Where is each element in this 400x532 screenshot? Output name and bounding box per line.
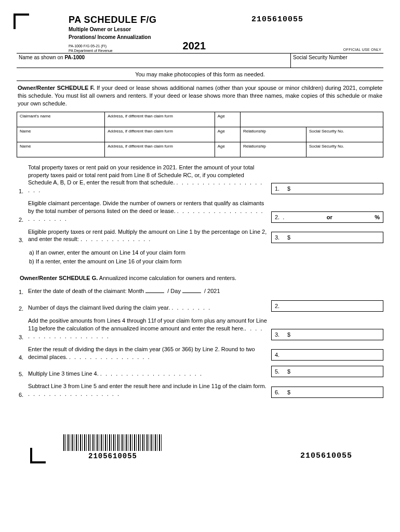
line-1-text: Total property taxes or rent paid on you… <box>28 164 271 194</box>
table-row: Name Address, if different than claim fo… <box>17 127 383 142</box>
barcode-number: 2105610055 <box>63 452 162 460</box>
line-num: 3. <box>17 334 28 340</box>
name-cell[interactable]: Name <box>17 127 105 142</box>
g-line-3-text: Add the positive amounts from Lines 4 th… <box>28 317 271 340</box>
photocopy-note: You may make photocopies of this form as… <box>17 68 383 81</box>
tax-year: 2021 <box>183 40 206 52</box>
form-subtitle-1: Multiple Owner or Lessor <box>69 26 157 33</box>
form-number-top: 2105610055 <box>251 15 303 24</box>
claimant-name-cell[interactable]: Claimant's name <box>17 112 105 127</box>
line-num: 2. <box>17 305 28 312</box>
line-num: 6. <box>17 392 28 398</box>
schedule-g-bold: Owner/Renter SCHEDULE G. <box>20 275 98 281</box>
ssn-field[interactable]: Social Security Number <box>290 53 383 68</box>
day-field[interactable] <box>182 292 201 293</box>
line-num: 1. <box>17 289 28 295</box>
official-use-only: OFFICIAL USE ONLY <box>343 48 381 51</box>
line-3a: a) If an owner, enter the amount on Line… <box>29 248 383 257</box>
schedule-f-instruction: Owner/Renter SCHEDULE F. If your deed or… <box>17 81 383 111</box>
g-line-5-text: Multiply Line 3 times Line 4. . . . . . … <box>28 370 271 378</box>
barcode: 2105610055 <box>63 434 162 460</box>
g-line-1-text: Enter the date of death of the claimant:… <box>28 287 278 295</box>
line-num: 4. <box>17 354 28 361</box>
g-line-3-box[interactable]: 3.$ <box>271 329 383 340</box>
age-cell[interactable]: Age <box>215 127 240 142</box>
line-num: 3. <box>17 237 28 243</box>
schedule-f-lines: 1. Total property taxes or rent paid on … <box>17 164 383 266</box>
address-cell[interactable]: Address, if different than claim form <box>105 127 215 142</box>
form-header: PA SCHEDULE F/G Multiple Owner or Lessor… <box>17 15 383 53</box>
line-3b: b) If a renter, enter the amount on Line… <box>29 257 383 266</box>
age-cell[interactable]: Age <box>215 142 240 157</box>
line-2-text: Eligible claimant percentage. Divide the… <box>28 200 271 223</box>
line-3-box[interactable]: 3. $ <box>271 232 383 243</box>
line-num: 1. <box>17 188 28 194</box>
g-line-2-text: Number of days the claimant lived during… <box>28 304 271 312</box>
g-line-4-text: Enter the result of dividing the days in… <box>28 345 271 361</box>
owners-table: Claimant's name Address, if different th… <box>17 112 383 157</box>
line-3-text: Eligible property taxes or rent paid. Mu… <box>28 228 271 244</box>
ssn-cell-3[interactable]: Social Security No. <box>306 142 383 157</box>
ssn-label: Social Security Number <box>293 55 347 60</box>
schedule-g-text: Annualized income calculation for owners… <box>98 275 236 281</box>
month-field[interactable] <box>145 292 164 293</box>
table-row: Claimant's name Address, if different th… <box>17 112 383 127</box>
form-id-line: PA-1000 F/G 05-21 (FI) <box>69 44 157 48</box>
relationship-cell[interactable]: Relationship <box>241 142 306 157</box>
address-cell[interactable]: Address, if different than claim form <box>105 142 215 157</box>
line-2-box[interactable]: 2. . or % <box>271 211 383 223</box>
g-line-4-box[interactable]: 4. <box>271 349 383 361</box>
form-footer: 2105610055 2105610055 <box>17 434 383 466</box>
name-field[interactable]: Name as shown on PA-1000 <box>17 53 290 68</box>
claimant-age-cell[interactable]: Age <box>215 112 240 127</box>
g-line-2-box[interactable]: 2. <box>271 300 383 312</box>
corner-mark-tl <box>14 14 29 29</box>
barcode-bars-icon <box>63 434 162 451</box>
name-ssn-row: Name as shown on PA-1000 Social Security… <box>17 53 383 68</box>
g-line-6-box[interactable]: 6.$ <box>271 387 383 398</box>
g-line-6-text: Subtract Line 3 from Line 5 and enter th… <box>28 382 271 398</box>
form-subtitle-2: Prorations/ Income Annualization <box>69 34 157 41</box>
form-title: PA SCHEDULE F/G <box>69 15 157 25</box>
schedule-g-intro: Owner/Renter SCHEDULE G. Annualized inco… <box>20 275 383 281</box>
claimant-address-cell[interactable]: Address, if different than claim form <box>105 112 215 127</box>
line-num: 5. <box>17 371 28 377</box>
schedule-g-lines: 1. Enter the date of death of the claima… <box>17 287 383 398</box>
line-1-box[interactable]: 1. $ <box>271 183 383 194</box>
schedule-f-bold: Owner/Renter SCHEDULE F. <box>18 85 95 91</box>
ssn-cell-2[interactable]: Social Security No. <box>306 127 383 142</box>
relationship-cell[interactable]: Relationship <box>241 127 306 142</box>
blank-cell <box>241 112 383 127</box>
footer-form-number: 2105610055 <box>300 451 352 460</box>
corner-mark-bl <box>30 448 46 463</box>
table-row: Name Address, if different than claim fo… <box>17 142 383 157</box>
g-line-5-box[interactable]: 5.$ <box>271 366 383 377</box>
name-cell[interactable]: Name <box>17 142 105 157</box>
dept-line: PA Department of Revenue <box>69 48 157 53</box>
line-num: 2. <box>17 217 28 223</box>
